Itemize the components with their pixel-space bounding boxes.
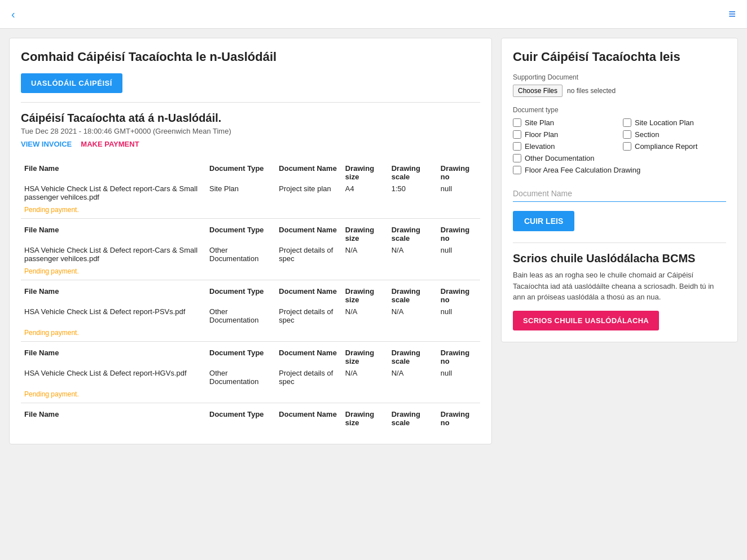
cuir-button[interactable]: CUIR LEIS bbox=[513, 211, 574, 231]
table-row: File NameDocument TypeDocument NameDrawi… bbox=[21, 403, 480, 429]
table-cell-1: Other Documentation bbox=[206, 244, 275, 265]
table-header-0: File Name bbox=[21, 403, 206, 429]
cb_other_doc-checkbox[interactable] bbox=[513, 154, 521, 162]
doc-name-input[interactable] bbox=[513, 186, 726, 202]
table-header-5: Drawing no bbox=[437, 342, 480, 367]
supporting-doc-label: Supporting Document bbox=[513, 73, 726, 81]
pending-label: Pending payment. bbox=[21, 327, 480, 342]
make-payment-button[interactable]: MAKE PAYMENT bbox=[81, 140, 139, 148]
table-header-0: File Name bbox=[21, 342, 206, 367]
checkbox-item-cb_site_plan: Site Plan bbox=[513, 118, 616, 127]
cb_section-label[interactable]: Section bbox=[635, 130, 659, 139]
menu-icon[interactable]: ≡ bbox=[728, 7, 736, 21]
table-row: HSA Vehicle Check List & Defect report-H… bbox=[21, 367, 480, 388]
choose-files-button[interactable]: Choose Files bbox=[513, 85, 563, 97]
table-header-1: Document Type bbox=[206, 219, 275, 244]
cb_site_location-label[interactable]: Site Location Plan bbox=[635, 118, 694, 127]
checkbox-item-cb_floor_area: Floor Area Fee Calculation Drawing bbox=[513, 166, 726, 174]
table-header-3: Drawing size bbox=[342, 342, 388, 367]
table-cell-5 bbox=[437, 428, 480, 433]
table-cell-3: N/A bbox=[342, 367, 388, 388]
table-row: File NameDocument TypeDocument NameDrawi… bbox=[21, 342, 480, 367]
table-cell-3 bbox=[342, 428, 388, 433]
table-header-4: Drawing scale bbox=[388, 219, 437, 244]
top-bar: ‹ ≡ bbox=[0, 0, 747, 29]
table-cell-4: N/A bbox=[388, 305, 437, 327]
no-file-text: no files selected bbox=[567, 87, 616, 95]
pending-row: Pending payment. bbox=[21, 265, 480, 280]
table-header-3: Drawing size bbox=[342, 403, 388, 429]
table-header-5: Drawing no bbox=[437, 280, 480, 306]
delete-desc: Bain leas as an rogha seo le chuile chom… bbox=[513, 270, 726, 303]
cb_compliance-checkbox[interactable] bbox=[623, 142, 631, 151]
table-cell-5: null bbox=[437, 305, 480, 327]
table-header-3: Drawing size bbox=[342, 157, 388, 182]
right-title: Cuir Cáipéisí Tacaíochta leis bbox=[513, 50, 726, 64]
section-date: Tue Dec 28 2021 - 18:00:46 GMT+0000 (Gre… bbox=[21, 127, 480, 135]
table-cell-0: HSA Vehicle Check List & Defect report-P… bbox=[21, 305, 206, 327]
cb_section-checkbox[interactable] bbox=[623, 130, 631, 139]
table-header-2: Document Name bbox=[275, 280, 342, 306]
table-cell-0: HSA Vehicle Check List & Defect report-C… bbox=[21, 244, 206, 265]
table-cell-1: Other Documentation bbox=[206, 367, 275, 388]
pending-label: Pending payment. bbox=[21, 204, 480, 219]
table-cell-5: null bbox=[437, 244, 480, 265]
right-panel: Cuir Cáipéisí Tacaíochta leis Supporting… bbox=[501, 38, 738, 342]
back-button[interactable]: ‹ bbox=[11, 8, 15, 21]
table-cell-0: HSA Vehicle Check List & Defect report-C… bbox=[21, 182, 206, 204]
table-cell-3: N/A bbox=[342, 244, 388, 265]
delete-button[interactable]: SCRIOS CHUILE UASLÓDÁLACHA bbox=[513, 311, 659, 330]
table-row: File NameDocument TypeDocument NameDrawi… bbox=[21, 157, 480, 182]
pending-row: Pending payment. bbox=[21, 204, 480, 219]
table-cell-5: null bbox=[437, 182, 480, 204]
table-cell-1: Site Plan bbox=[206, 182, 275, 204]
table-cell-1 bbox=[206, 428, 275, 433]
cb_elevation-checkbox[interactable] bbox=[513, 142, 521, 151]
table-cell-2 bbox=[275, 428, 342, 433]
cb_elevation-label[interactable]: Elevation bbox=[525, 142, 555, 151]
cb_other_doc-label[interactable]: Other Documentation bbox=[525, 154, 595, 162]
cb_floor_plan-label[interactable]: Floor Plan bbox=[525, 130, 558, 139]
table-header-2: Document Name bbox=[275, 219, 342, 244]
pending-row: Pending payment. bbox=[21, 327, 480, 342]
pending-label: Pending payment. bbox=[21, 265, 480, 280]
table-row: HSA Vehicle Check List & Defect report-C… bbox=[21, 244, 480, 265]
table-cell-4: N/A bbox=[388, 367, 437, 388]
table-cell-3: A4 bbox=[342, 182, 388, 204]
table-header-5: Drawing no bbox=[437, 219, 480, 244]
cb_compliance-label[interactable]: Compliance Report bbox=[635, 142, 697, 151]
cb_site_plan-checkbox[interactable] bbox=[513, 118, 521, 127]
documents-table: File NameDocument TypeDocument NameDrawi… bbox=[21, 157, 480, 433]
table-row bbox=[21, 428, 480, 433]
cb_floor_area-label[interactable]: Floor Area Fee Calculation Drawing bbox=[525, 166, 640, 174]
table-cell-1: Other Documentation bbox=[206, 305, 275, 327]
table-cell-3: N/A bbox=[342, 305, 388, 327]
table-header-4: Drawing scale bbox=[388, 342, 437, 367]
table-header-2: Document Name bbox=[275, 157, 342, 182]
table-cell-4 bbox=[388, 428, 437, 433]
checkboxes-grid: Site PlanSite Location PlanFloor PlanSec… bbox=[513, 118, 726, 174]
pending-row: Pending payment. bbox=[21, 388, 480, 403]
table-row: File NameDocument TypeDocument NameDrawi… bbox=[21, 219, 480, 244]
checkbox-item-cb_elevation: Elevation bbox=[513, 142, 616, 151]
table-header-2: Document Name bbox=[275, 342, 342, 367]
main-title: Comhaid Cáipéisí Tacaíochta le n-Uaslódá… bbox=[21, 50, 480, 64]
table-header-3: Drawing size bbox=[342, 219, 388, 244]
checkbox-item-cb_site_location: Site Location Plan bbox=[623, 118, 726, 127]
view-invoice-button[interactable]: VIEW INVOICE bbox=[21, 140, 72, 148]
table-cell-2: Project details of spec bbox=[275, 305, 342, 327]
cb_floor_area-checkbox[interactable] bbox=[513, 166, 521, 174]
upload-button[interactable]: UASLÓDÁIL CÁIPÉISÍ bbox=[21, 73, 122, 93]
table-header-3: Drawing size bbox=[342, 280, 388, 306]
table-header-1: Document Type bbox=[206, 403, 275, 429]
cb_site_plan-label[interactable]: Site Plan bbox=[525, 118, 554, 127]
cb_floor_plan-checkbox[interactable] bbox=[513, 130, 521, 139]
checkbox-item-cb_floor_plan: Floor Plan bbox=[513, 130, 616, 139]
table-header-1: Document Type bbox=[206, 157, 275, 182]
cb_site_location-checkbox[interactable] bbox=[623, 118, 631, 127]
checkbox-item-cb_section: Section bbox=[623, 130, 726, 139]
table-cell-0 bbox=[21, 428, 206, 433]
table-header-1: Document Type bbox=[206, 342, 275, 367]
table-header-5: Drawing no bbox=[437, 403, 480, 429]
table-header-2: Document Name bbox=[275, 403, 342, 429]
